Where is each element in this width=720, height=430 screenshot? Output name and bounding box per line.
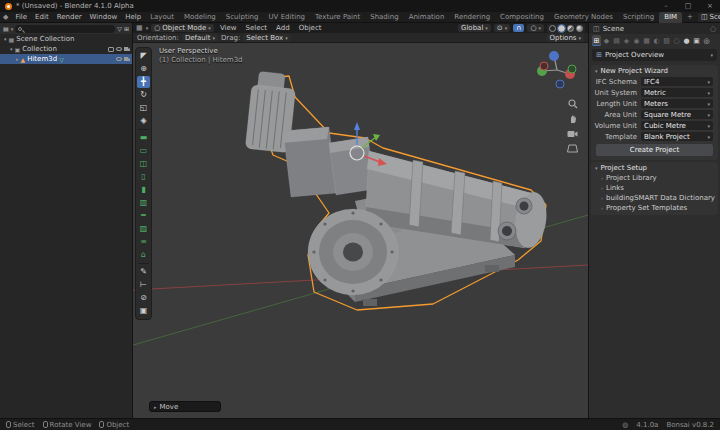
notification-icon[interactable]: ◍ — [622, 421, 628, 429]
drag-dropdown[interactable]: Select Box ▾ — [243, 34, 290, 42]
transform-tool[interactable]: ◈ — [137, 115, 150, 127]
menu-file[interactable]: File — [11, 13, 31, 21]
bim-duct-tool[interactable]: ▨ — [137, 223, 150, 235]
material-shading-button[interactable] — [567, 25, 574, 32]
menu-render[interactable]: Render — [53, 13, 86, 21]
mode-selector[interactable]: ○ Object Mode ▾ — [151, 24, 214, 32]
redo-panel[interactable]: ▸ Move — [149, 401, 221, 412]
tab-blender-scene[interactable]: ◎ — [702, 35, 711, 46]
menu-edit[interactable]: Edit — [31, 13, 53, 21]
workspace-tab-compositing[interactable]: Compositing — [495, 12, 549, 23]
project-overview-selector[interactable]: ⊞ Project Overview ▾ — [592, 49, 717, 61]
bim-stair-tool[interactable]: ≡ — [137, 236, 150, 248]
workspace-tab-geometry-nodes[interactable]: Geometry Nodes — [549, 12, 618, 23]
workspace-tab-texture-paint[interactable]: Texture Paint — [310, 12, 365, 23]
exclude-checkbox[interactable] — [108, 47, 114, 52]
subpanel-bsdd[interactable]: › buildingSMART Data Dictionary — [591, 193, 718, 203]
menu-window[interactable]: Window — [86, 13, 122, 21]
bim-window-tool[interactable]: ◫ — [137, 158, 150, 170]
measure-tool[interactable]: ⊢ — [137, 279, 150, 291]
menu-select[interactable]: Select — [243, 24, 271, 32]
perspective-toggle-icon[interactable] — [567, 143, 578, 153]
tweak-select-tool[interactable]: ◤ — [137, 50, 150, 62]
scene-selector[interactable]: ◫ Scene — [698, 13, 720, 22]
display-options-icon[interactable]: ⊞ — [124, 25, 129, 32]
section-plane-tool[interactable]: ⊘ — [137, 292, 150, 304]
outliner-row-object[interactable]: ▸ ▲ Hitem3d ▽ — [0, 54, 132, 64]
rendered-shading-button[interactable] — [576, 25, 583, 32]
workspace-tab-modeling[interactable]: Modeling — [179, 12, 221, 23]
proportional-edit-toggle[interactable]: ○ ▾ — [527, 24, 544, 32]
expand-icon[interactable]: ▾ — [4, 36, 7, 42]
outliner-row-scene-collection[interactable]: ▾ ▦ Scene Collection — [0, 34, 132, 44]
tab-services-systems[interactable]: ◉ — [632, 35, 641, 46]
pin-icon[interactable]: ○ — [710, 25, 716, 33]
subpanel-pset-templates[interactable]: › Property Set Templates — [591, 203, 718, 213]
tab-blender-output[interactable]: ▣ — [692, 35, 701, 46]
tab-costing-scheduling[interactable]: ◐ — [652, 35, 661, 46]
template-dropdown[interactable]: Blank Project ▾ — [641, 132, 713, 141]
tab-drawings-documents[interactable]: ◈ — [622, 35, 631, 46]
scale-tool[interactable]: ◱ — [137, 102, 150, 114]
workspace-tab-layout[interactable]: Layout — [145, 12, 179, 23]
tab-project-overview[interactable]: ⊞ — [592, 35, 601, 46]
camera-view-icon[interactable] — [567, 129, 578, 138]
area-unit-dropdown[interactable]: Square Metre ▾ — [641, 110, 713, 119]
maximize-button[interactable]: □ — [683, 2, 693, 10]
add-workspace-button[interactable]: + — [682, 12, 698, 23]
disable-render-icon[interactable] — [124, 47, 130, 51]
bim-pipe-tool[interactable]: ═ — [137, 210, 150, 222]
menu-add[interactable]: Add — [273, 24, 293, 32]
tab-quality-coordination[interactable]: ○ — [672, 35, 681, 46]
pivot-point-selector[interactable]: ⊙ ▾ — [494, 24, 510, 32]
cursor-tool[interactable]: ⊕ — [137, 63, 150, 75]
tab-object-information[interactable]: ◆ — [602, 35, 611, 46]
transform-orientation-selector[interactable]: Global ▾ — [458, 24, 491, 32]
workspace-tab-scripting[interactable]: Scripting — [618, 12, 659, 23]
pan-hand-icon[interactable] — [568, 114, 578, 124]
solid-shading-button[interactable] — [558, 25, 565, 32]
workspace-tab-bim[interactable]: BIM — [659, 12, 682, 23]
editor-type-button[interactable]: ▤ — [3, 25, 9, 32]
outliner-row-collection[interactable]: ▾ ▣ Collection — [0, 44, 132, 54]
disable-render-icon[interactable] — [124, 57, 130, 61]
hide-eye-icon[interactable] — [116, 57, 122, 61]
bim-roof-tool[interactable]: ⌂ — [137, 249, 150, 261]
unit-system-dropdown[interactable]: Metric ▾ — [641, 88, 713, 97]
new-project-wizard-header[interactable]: ▾ New Project Wizard — [591, 65, 718, 76]
tab-structural-analysis[interactable]: ▦ — [642, 35, 651, 46]
snap-toggle[interactable]: ∩ — [513, 24, 524, 32]
minimize-button[interactable]: – — [661, 2, 671, 10]
workspace-tab-rendering[interactable]: Rendering — [449, 12, 495, 23]
bim-column-tool[interactable]: ▮ — [137, 184, 150, 196]
annotation-tool[interactable]: ✎ — [137, 266, 150, 278]
zoom-icon[interactable] — [568, 99, 578, 109]
orientation-dropdown[interactable]: Default ▾ — [182, 34, 218, 42]
tab-blender-render[interactable]: ● — [682, 35, 691, 46]
workspace-tab-animation[interactable]: Animation — [404, 12, 450, 23]
bim-wall-tool[interactable]: ▬ — [137, 132, 150, 144]
wireframe-shading-button[interactable] — [549, 25, 556, 32]
tab-geometry-materials[interactable]: ▤ — [612, 35, 621, 46]
project-setup-header[interactable]: ▾ Project Setup — [591, 162, 718, 173]
menu-object[interactable]: Object — [296, 24, 325, 32]
move-tool[interactable]: ╋ — [137, 76, 150, 88]
volume-unit-dropdown[interactable]: Cubic Metre ▾ — [641, 121, 713, 130]
workspace-tab-uv-editing[interactable]: UV Editing — [264, 12, 311, 23]
outliner-search-input[interactable] — [15, 25, 115, 33]
expand-icon[interactable]: ▸ — [16, 56, 19, 62]
bim-door-tool[interactable]: ▯ — [137, 171, 150, 183]
create-project-button[interactable]: Create Project — [596, 144, 713, 156]
bim-slab-tool[interactable]: ▭ — [137, 145, 150, 157]
ifc-schema-dropdown[interactable]: IFC4 ▾ — [641, 77, 713, 86]
expand-icon[interactable]: ▾ — [10, 46, 13, 52]
tab-facility-management[interactable]: ▧ — [662, 35, 671, 46]
subpanel-project-library[interactable]: › Project Library — [591, 173, 718, 183]
options-dropdown[interactable]: Options ▾ — [546, 34, 584, 42]
menu-help[interactable]: Help — [121, 13, 145, 21]
editor-type-button[interactable]: ▦ — [136, 24, 143, 32]
menu-view[interactable]: View — [217, 24, 240, 32]
blender-menu-icon[interactable]: ◆ — [0, 13, 11, 21]
viewport-3d[interactable]: ▦ ▾ ○ Object Mode ▾ View Select Add Obje… — [133, 23, 588, 418]
scene-render-pump-model[interactable] — [133, 43, 588, 418]
